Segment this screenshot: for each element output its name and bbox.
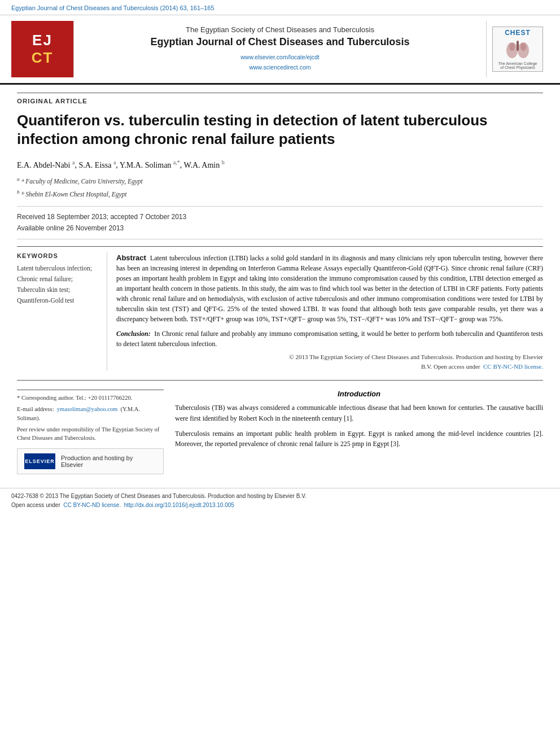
abstract-text: Abstract Latent tuberculous infection (L… <box>116 252 543 325</box>
abstract-label: Abstract <box>116 254 146 262</box>
email-label: E-mail address: <box>17 406 54 412</box>
header-links: www.elsevier.com/locate/ejcdt www.scienc… <box>240 53 319 73</box>
bottom-license-link[interactable]: CC BY-NC-ND license. <box>63 502 121 508</box>
ejct-logo: EJ CT <box>11 21 73 77</box>
chest-logo-title: CHEST <box>505 29 531 37</box>
keywords-heading: KEYWORDS <box>17 252 100 259</box>
content-area: ORIGINAL ARTICLE Quantiferon vs. tubercu… <box>0 85 560 482</box>
chest-logo: CHEST The American Collegeof Chest Physi… <box>487 21 549 77</box>
keyword-2: Chronic renal failure; <box>17 274 100 283</box>
affiliation-b: b ᵇ Shebin El-Kown Chest Hospital, Egypt <box>17 189 543 199</box>
lung-icon <box>504 38 532 60</box>
elsevier-link[interactable]: www.elsevier.com/locate/ejcdt <box>240 54 319 60</box>
elsevier-logo: ELSEVIER <box>24 453 55 469</box>
ejct-logo-text: EJ CT <box>32 32 54 67</box>
keyword-3: Tuberculin skin test; <box>17 285 100 294</box>
elsevier-text: Production and hosting by Elsevier <box>61 455 156 468</box>
sciencedirect-link[interactable]: www.sciencedirect.com <box>249 64 310 71</box>
journal-bar: Egyptian Journal of Chest Diseases and T… <box>0 0 560 15</box>
received-date: Received 18 September 2013; accepted 7 O… <box>17 211 543 222</box>
journal-bar-text: Egyptian Journal of Chest Diseases and T… <box>11 5 215 11</box>
dates-section: Received 18 September 2013; accepted 7 O… <box>17 206 543 239</box>
email-link[interactable]: ymasoliman@yahoo.com <box>57 406 117 412</box>
journal-title: Egyptian Journal of Chest Diseases and T… <box>151 36 410 48</box>
keyword-1: Latent tuberculous infection; <box>17 264 100 273</box>
journal-header: EJ CT The Egyptian Society of Chest Dise… <box>0 15 560 85</box>
affil-b-text: ᵇ Shebin El-Kown Chest Hospital, Egypt <box>21 191 126 198</box>
intro-heading: Introduction <box>175 390 543 398</box>
authors-line: E.A. Abdel-Nabi a, S.A. Eissa a, Y.M.A. … <box>17 159 543 170</box>
conclusion-label: Conclusion: <box>116 330 151 338</box>
corresponding-author: * Corresponding author. Tel.: +20 011177… <box>17 394 164 403</box>
email-line: E-mail address: ymasoliman@yahoo.com (Y.… <box>17 405 164 423</box>
peer-review-note: Peer review under responsibility of The … <box>17 425 164 443</box>
keywords-abstract-section: KEYWORDS Latent tuberculous infection; C… <box>17 246 543 372</box>
conclusion-text: In Chronic renal failure and probably an… <box>116 330 543 348</box>
intro-para1-text: Tuberculosis (TB) was always considered … <box>175 404 543 422</box>
bottom-bar: 0422-7638 © 2013 The Egyptian Society of… <box>0 488 560 513</box>
intro-para2-text: Tuberculosis remains an important public… <box>175 430 543 448</box>
keyword-4: Quantiferon-Gold test <box>17 296 100 305</box>
abstract-copyright: © 2013 The Egyptian Society of Chest Dis… <box>116 352 543 371</box>
abstract-body: Latent tuberculous infection (LTBI) lack… <box>116 254 543 324</box>
affiliation-a: a ᵃ Faculty of Medicine, Cairo Universit… <box>17 176 543 186</box>
society-name: The Egyptian Society of Chest Diseases a… <box>186 25 374 34</box>
copyright-line2: B.V. Open access under <box>421 363 480 370</box>
abstract-col: Abstract Latent tuberculous infection (L… <box>116 252 543 372</box>
keywords-col: KEYWORDS Latent tuberculous infection; C… <box>17 252 107 372</box>
available-online: Available online 26 November 2013 <box>17 222 543 234</box>
section-divider <box>17 380 543 381</box>
article-type: ORIGINAL ARTICLE <box>17 93 543 104</box>
chest-logo-caption: The American Collegeof Chest Physicians <box>498 62 537 69</box>
article-title: Quantiferon vs. tuberculin testing in de… <box>17 111 543 150</box>
svg-point-3 <box>509 43 515 51</box>
copyright-line1: © 2013 The Egyptian Society of Chest Dis… <box>289 353 543 360</box>
elsevier-box: ELSEVIER Production and hosting by Elsev… <box>17 448 164 474</box>
intro-para1: Tuberculosis (TB) was always considered … <box>175 403 543 423</box>
footnote-divider <box>17 390 164 390</box>
open-access-label: Open access under <box>11 502 60 508</box>
affil-a-text: ᵃ Faculty of Medicine, Cairo University,… <box>21 178 142 185</box>
svg-point-4 <box>520 43 526 51</box>
footnotes-col: * Corresponding author. Tel.: +20 011177… <box>17 390 164 474</box>
header-middle: The Egyptian Society of Chest Diseases a… <box>73 21 487 77</box>
abstract-conclusion: Conclusion: In Chronic renal failure and… <box>116 329 543 349</box>
svg-rect-2 <box>517 41 519 51</box>
intro-para2: Tuberculosis remains an important public… <box>175 429 543 449</box>
intro-col: Introduction Tuberculosis (TB) was alway… <box>175 390 543 474</box>
issn-line: 0422-7638 © 2013 The Egyptian Society of… <box>11 493 307 499</box>
bottom-two-col: * Corresponding author. Tel.: +20 011177… <box>17 386 543 474</box>
doi-link[interactable]: http://dx.doi.org/10.1016/j.ejcdt.2013.1… <box>124 502 234 508</box>
license-link[interactable]: CC BY-NC-ND license. <box>483 363 543 370</box>
chest-logo-box: CHEST The American Collegeof Chest Physi… <box>492 27 543 72</box>
